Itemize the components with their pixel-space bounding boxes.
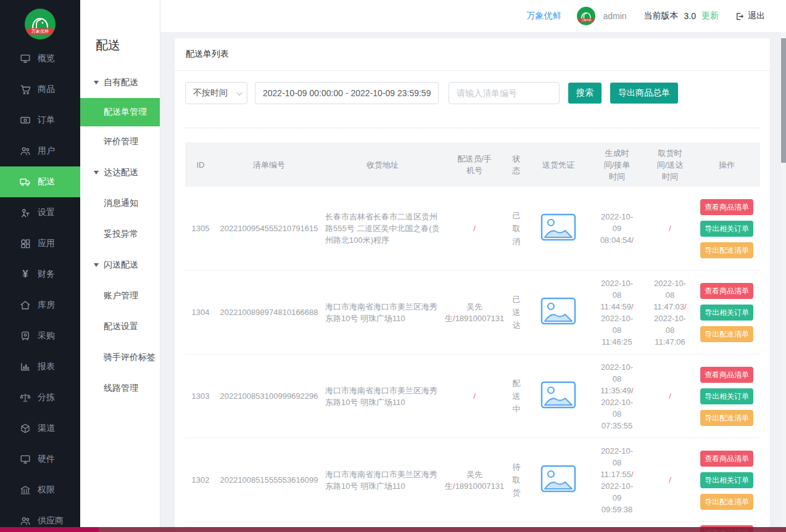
status-badge: 已送达 — [512, 293, 521, 332]
sidebar-item-users[interactable]: 用户 — [0, 136, 80, 166]
vertical-scrollbar — [781, 32, 786, 527]
card-title: 配送单列表 — [175, 38, 770, 71]
proof-image-placeholder-icon[interactable] — [540, 213, 576, 244]
sidebar-item-finance[interactable]: ¥ 财务 — [0, 259, 80, 290]
submenu-group-self-delivery[interactable]: 自有配送 — [80, 67, 160, 98]
banknote-icon — [20, 115, 31, 126]
cell-actions: 查看商品清单 导出相关订单 导出配送清单 — [696, 283, 758, 342]
export-delivery-list-button[interactable]: 导出配送清单 — [700, 326, 753, 342]
delivery-list-card: 配送单列表 不按时间 搜索 导出商品总单 — [175, 38, 770, 532]
truck-icon — [20, 176, 31, 187]
cell-list-number: 2022100851555553616099 — [216, 474, 322, 486]
cell-courier: / — [473, 223, 476, 234]
col-address: 收货地址 — [366, 159, 399, 171]
sidebar-item-warehouse[interactable]: 库房 — [0, 290, 80, 321]
sidebar-item-settings[interactable]: 设置 — [0, 197, 80, 228]
cell-address: 海口市海南省海口市美兰区海秀东路10号 明珠广场110 — [325, 301, 440, 324]
export-related-orders-button[interactable]: 导出相关订单 — [700, 472, 753, 488]
sidebar-item-channels[interactable]: 渠道 — [0, 413, 80, 444]
table-row: 1303 2022100853100999692296 海口市海南省海口市美兰区… — [185, 354, 760, 438]
sidebar-item-overview[interactable]: 概览 — [0, 43, 80, 74]
update-link[interactable]: 更新 — [701, 10, 719, 22]
caret-down-icon — [94, 171, 99, 174]
time-mode-select[interactable]: 不按时间 — [185, 82, 247, 104]
table-header: ID 清单编号 收货地址 配送员/手机号 状态 送货凭证 生成时间/接单时间 取… — [185, 142, 760, 187]
sidebar-item-label: 订单 — [38, 115, 55, 126]
proof-image-placeholder-icon[interactable] — [540, 381, 576, 412]
brand-logo[interactable]: 万象优鲜 — [0, 0, 80, 43]
export-delivery-list-button[interactable]: 导出配送清单 — [700, 242, 753, 258]
submenu-item-rider-review-tags[interactable]: 骑手评价标签 — [80, 342, 160, 373]
submenu-item-message-notification[interactable]: 消息通知 — [80, 188, 160, 219]
yuan-icon: ¥ — [20, 269, 31, 280]
sidebar-item-permissions[interactable]: 权限 — [0, 475, 80, 505]
sidebar-item-delivery[interactable]: 配送 — [0, 166, 80, 197]
col-actions: 操作 — [719, 159, 735, 171]
proof-image-placeholder-icon[interactable] — [540, 465, 576, 496]
sidebar-item-hardware[interactable]: 硬件 — [0, 444, 80, 475]
export-related-orders-button[interactable]: 导出相关订单 — [700, 305, 753, 321]
submenu-group-dada-delivery[interactable]: 达达配送 — [80, 157, 160, 188]
sidebar-item-reports[interactable]: 报表 — [0, 351, 80, 382]
submenu-item-review-management[interactable]: 评价管理 — [80, 126, 160, 157]
avatar-logo-text: 万象优鲜 — [578, 18, 594, 22]
submenu-item-label: 配送设置 — [104, 321, 138, 332]
col-gen-time: 生成时间/接单时间 — [601, 147, 633, 182]
sidebar-item-goods[interactable]: 商品 — [0, 74, 80, 105]
submenu-item-delivery-order-management[interactable]: 配送单管理 — [80, 98, 160, 126]
sidebar-item-label: 库房 — [38, 300, 55, 311]
submenu: 自有配送 配送单管理 评价管理 达达配送 消息通知 妥投异常 闪送配送 — [80, 67, 160, 404]
sidebar-item-orders[interactable]: 订单 — [0, 105, 80, 136]
cell-id: 1302 — [185, 474, 216, 486]
sidebar-item-label: 报表 — [38, 361, 55, 372]
bar-chart-icon — [20, 361, 31, 372]
cell-list-number: 2022100853100999692296 — [216, 390, 322, 402]
submenu-title: 配送 — [96, 37, 160, 54]
sidebar-item-sorting[interactable]: 分拣 — [0, 382, 80, 413]
export-goods-summary-button[interactable]: 导出商品总单 — [610, 83, 678, 104]
sidebar-item-apps[interactable]: 应用 — [0, 228, 80, 259]
cell-gen-time: 2022-10-08 11:44:59/2022-10-08 11:46:25 — [598, 277, 635, 348]
bottom-progress-bar — [0, 527, 786, 532]
brand-logo-icon: 万象优鲜 — [25, 9, 56, 39]
view-goods-list-button[interactable]: 查看商品清单 — [700, 199, 753, 215]
proof-image-placeholder-icon[interactable] — [540, 297, 576, 328]
submenu-group-label: 闪送配送 — [104, 260, 138, 271]
sidebar-item-label: 设置 — [38, 207, 55, 218]
submenu-item-label: 配送单管理 — [104, 107, 147, 118]
export-related-orders-button[interactable]: 导出相关订单 — [700, 221, 753, 237]
primary-sidebar: 万象优鲜 概览 商品 订单 用户 配送 — [0, 0, 80, 532]
topbar: 万象优鲜 万象优鲜 admin 当前版本 3.0 更新 退出 — [160, 0, 786, 32]
cell-list-number: 2022100954555210791615 — [216, 223, 322, 234]
submenu-group-flash-delivery[interactable]: 闪送配送 — [80, 250, 160, 280]
date-range-input[interactable] — [255, 82, 439, 104]
export-delivery-list-button[interactable]: 导出配送清单 — [700, 410, 753, 426]
submenu-item-route-management[interactable]: 线路管理 — [80, 373, 160, 404]
cell-gen-time: 2022-10-08 11:35:49/2022-10-08 07:35:55 — [598, 361, 635, 432]
submenu-item-account-management[interactable]: 账户管理 — [80, 280, 160, 311]
sidebar-item-purchase[interactable]: 采购 — [0, 321, 80, 351]
submenu-item-label: 妥投异常 — [104, 229, 138, 240]
view-goods-list-button[interactable]: 查看商品清单 — [700, 367, 753, 383]
sidebar-item-label: 权限 — [38, 485, 55, 496]
sidebar-item-label: 配送 — [38, 176, 55, 187]
main-area: 万象优鲜 万象优鲜 admin 当前版本 3.0 更新 退出 配送单列表 — [160, 0, 786, 532]
avatar[interactable]: 万象优鲜 — [577, 7, 595, 25]
logout-button[interactable]: 退出 — [735, 10, 765, 22]
logout-icon — [735, 12, 744, 21]
content: 配送单列表 不按时间 搜索 导出商品总单 — [160, 32, 786, 532]
col-pick-time: 取货时间/送达时间 — [654, 147, 686, 182]
users-icon — [20, 145, 31, 157]
export-delivery-list-button[interactable]: 导出配送清单 — [700, 494, 753, 510]
search-button[interactable]: 搜索 — [568, 83, 602, 104]
primary-nav: 概览 商品 订单 用户 配送 设置 — [0, 43, 80, 532]
store-link[interactable]: 万象优鲜 — [526, 10, 561, 22]
list-number-search-input[interactable] — [449, 82, 560, 104]
view-goods-list-button[interactable]: 查看商品清单 — [700, 283, 753, 299]
submenu-item-delivery-settings[interactable]: 配送设置 — [80, 311, 160, 342]
view-goods-list-button[interactable]: 查看商品清单 — [700, 451, 753, 467]
export-related-orders-button[interactable]: 导出相关订单 — [700, 388, 753, 404]
submenu-item-delivery-exception[interactable]: 妥投异常 — [80, 219, 160, 250]
scrollbar-thumb[interactable] — [781, 38, 786, 163]
submenu-item-label: 账户管理 — [104, 290, 138, 301]
